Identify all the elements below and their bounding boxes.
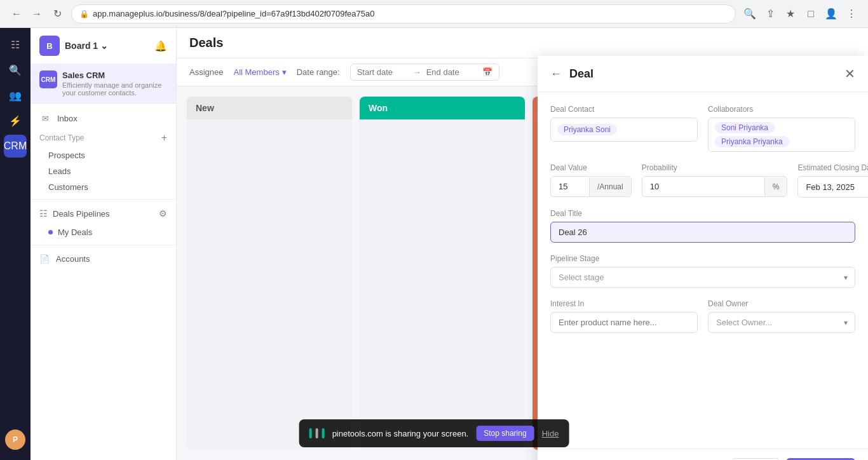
col-won-label: Won xyxy=(369,103,388,113)
calendar-icon[interactable]: 📅 xyxy=(482,67,492,77)
deal-value-input[interactable] xyxy=(551,177,589,196)
deal-value-input-wrapper: /Annual xyxy=(550,176,632,197)
closing-date-label: Estimated Closing Date xyxy=(797,163,868,172)
deal-owner-dropdown[interactable]: Select Owner... xyxy=(708,312,855,333)
start-date-input[interactable] xyxy=(357,67,408,77)
interest-in-input[interactable] xyxy=(550,312,698,333)
sidebar-item-accounts[interactable]: 📄 Accounts xyxy=(31,249,176,269)
date-arrow-icon: → xyxy=(413,67,421,77)
crm-banner: CRM Sales CRM Efficiently manage and org… xyxy=(31,64,176,104)
sharing-banner: pinetools.com is sharing your screen. St… xyxy=(299,419,569,447)
collaborators-input[interactable]: Soni Priyanka Priyanka Priyanka xyxy=(708,118,855,152)
sidebar-item-pipelines[interactable]: ☷ Deals Pipelines ⚙ xyxy=(31,203,176,224)
closing-date-input[interactable] xyxy=(798,177,868,197)
app-container: ☷ 🔍 👥 ⚡ CRM P B Board 1 ⌄ 🔔 CRM Sales CR… xyxy=(0,28,868,460)
deal-title-field: Deal Title xyxy=(550,209,855,243)
sidebar-icon-lightning[interactable]: ⚡ xyxy=(4,109,27,132)
browser-actions: 🔍 ⇪ ★ □ 👤 ⋮ xyxy=(741,5,860,23)
deal-contact-label: Deal Contact xyxy=(550,105,698,114)
assignee-select[interactable]: All Members ▾ xyxy=(233,67,286,77)
collaborator-tag-1: Soni Priyanka xyxy=(715,122,775,133)
back-button[interactable]: ← xyxy=(8,5,25,23)
pipeline-stage-dropdown[interactable]: Select stage xyxy=(550,267,855,288)
gear-icon[interactable]: ⚙ xyxy=(159,208,167,219)
closing-date-input-wrapper: 📅 xyxy=(797,176,868,198)
sidebar-icon-crm[interactable]: CRM xyxy=(4,135,27,158)
profile-button[interactable]: 👤 xyxy=(822,5,840,23)
pipeline-stage-select[interactable]: Select stage xyxy=(550,267,855,288)
my-deals-label: My Deals xyxy=(58,227,92,237)
contact-type-label: Contact Type xyxy=(39,133,85,142)
customers-label: Customers xyxy=(48,182,88,192)
date-range: → 📅 xyxy=(350,64,499,81)
probability-label: Probability xyxy=(642,163,788,172)
end-date-input[interactable] xyxy=(426,67,477,77)
interest-owner-row: Interest In Deal Owner Select Owner... xyxy=(550,299,855,333)
sidebar-avatar[interactable]: P xyxy=(5,430,25,450)
url-text: app.manageplus.io/business/8/deal?pipeli… xyxy=(93,9,374,18)
bookmark-button[interactable]: ★ xyxy=(782,5,799,23)
kanban-col-won: Won xyxy=(360,97,525,450)
contact-type-add-icon[interactable]: + xyxy=(161,132,167,144)
hide-button[interactable]: Hide xyxy=(542,429,559,438)
deal-panel-back-button[interactable]: ← xyxy=(550,67,562,81)
sidebar-icon-grid[interactable]: ☷ xyxy=(4,33,27,56)
assignee-value: All Members xyxy=(233,67,279,77)
icon-sidebar: ☷ 🔍 👥 ⚡ CRM P xyxy=(0,28,31,460)
sidebar-item-my-deals[interactable]: My Deals xyxy=(31,224,176,241)
deal-panel-header: ← Deal ✕ xyxy=(538,56,868,92)
sharing-bar-2 xyxy=(316,428,318,438)
crm-desc: Efficiently manage and organize your cus… xyxy=(62,81,167,97)
probability-input[interactable] xyxy=(642,177,764,196)
bell-icon[interactable]: 🔔 xyxy=(154,40,167,52)
sidebar-icon-people[interactable]: 👥 xyxy=(4,84,27,107)
address-bar[interactable]: 🔒 app.manageplus.io/business/8/deal?pipe… xyxy=(71,4,736,24)
board-dropdown-icon[interactable]: ⌄ xyxy=(100,41,108,51)
main-header: Deals xyxy=(177,28,868,58)
deal-contact-input[interactable]: Priyanka Soni xyxy=(550,118,698,142)
sidebar-divider-2 xyxy=(31,245,176,245)
contact-type-section: Contact Type + xyxy=(31,128,176,147)
menu-button[interactable]: ⋮ xyxy=(843,5,860,23)
reload-button[interactable]: ↻ xyxy=(48,5,66,23)
deal-title-label: Deal Title xyxy=(550,209,855,218)
pipeline-stage-label: Pipeline Stage xyxy=(550,254,855,263)
deal-title-input[interactable] xyxy=(550,222,855,243)
board-title[interactable]: Board 1 ⌄ xyxy=(65,41,149,51)
forward-button[interactable]: → xyxy=(28,5,46,23)
deal-title-row: Deal Title xyxy=(550,209,855,243)
extensions-button[interactable]: □ xyxy=(802,5,820,23)
deal-owner-label: Deal Owner xyxy=(708,299,855,308)
pipeline-stage-row: Pipeline Stage Select stage xyxy=(550,254,855,288)
inbox-label: Inbox xyxy=(57,114,78,123)
stop-sharing-button[interactable]: Stop sharing xyxy=(476,426,534,441)
assignee-dropdown-icon: ▾ xyxy=(282,67,287,77)
kanban-col-new: New xyxy=(187,97,352,450)
deal-value-label: Deal Value xyxy=(550,163,632,172)
probability-input-wrapper: % xyxy=(642,176,788,197)
deal-panel-title: Deal xyxy=(569,67,837,81)
sidebar-item-prospects[interactable]: Prospects xyxy=(39,147,176,163)
sidebar-item-leads[interactable]: Leads xyxy=(39,163,176,179)
deal-owner-select[interactable]: Select Owner... xyxy=(708,312,855,333)
assignee-label: Assignee xyxy=(189,67,223,77)
contact-type-sub-items: Prospects Leads Customers xyxy=(31,147,176,195)
pipelines-label: Deals Pipelines xyxy=(53,209,154,219)
col-won-body xyxy=(360,119,525,247)
search-button[interactable]: 🔍 xyxy=(741,5,759,23)
deal-value-suffix: /Annual xyxy=(589,177,631,196)
pipelines-icon: ☷ xyxy=(39,208,48,219)
deal-value-field: Deal Value /Annual xyxy=(550,163,632,198)
sidebar-item-inbox[interactable]: ✉ Inbox xyxy=(31,109,176,128)
sidebar-item-customers[interactable]: Customers xyxy=(39,179,176,195)
probability-field: Probability % xyxy=(642,163,788,198)
share-button[interactable]: ⇪ xyxy=(761,5,779,23)
deal-panel-close-button[interactable]: ✕ xyxy=(844,66,855,81)
col-won-header: Won xyxy=(360,97,525,119)
sidebar-icon-search[interactable]: 🔍 xyxy=(4,58,27,81)
deal-panel-footer: Close Create Deal xyxy=(538,449,868,460)
leads-label: Leads xyxy=(48,166,71,176)
sidebar-title-group: Board 1 ⌄ xyxy=(65,41,149,51)
date-range-label: Date range: xyxy=(297,67,340,77)
col-new-header: New xyxy=(187,97,352,119)
